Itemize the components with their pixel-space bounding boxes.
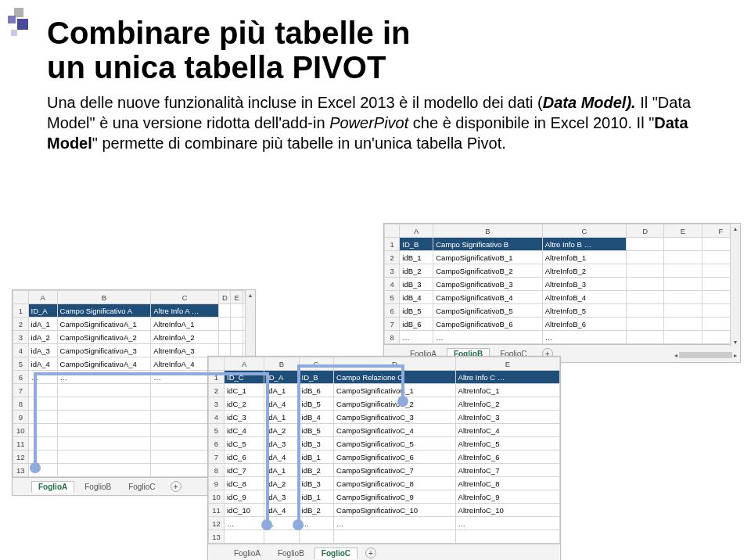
row-number[interactable]: 3 [385, 264, 400, 278]
table-header[interactable]: ID_C [225, 371, 264, 384]
table-cell[interactable]: AltreInfoB_2 [542, 264, 626, 278]
sheet-tab[interactable]: FoglioA [227, 547, 268, 559]
table-cell[interactable]: idB_5 [299, 397, 333, 411]
table-cell[interactable]: … [57, 371, 151, 384]
col-letter[interactable]: A [225, 357, 264, 371]
row-number[interactable]: 8 [385, 331, 400, 344]
row-number[interactable]: 2 [209, 384, 225, 397]
table-cell[interactable]: … [28, 371, 57, 384]
row-number[interactable]: 12 [13, 451, 29, 464]
table-cell[interactable]: CampoSignificativoA_4 [57, 357, 151, 371]
table-cell[interactable]: AltreInfoC_4 [455, 424, 559, 437]
vertical-scrollbar[interactable]: ▴▾ [730, 224, 740, 346]
table-cell[interactable]: … [455, 517, 559, 530]
row-number[interactable]: 5 [13, 357, 29, 371]
row-number[interactable]: 6 [209, 437, 225, 451]
add-sheet-button[interactable]: + [365, 547, 376, 558]
table-cell[interactable]: AltreInfoC_3 [455, 411, 559, 424]
table-cell[interactable]: AltreInfoC_10 [455, 504, 559, 517]
table-cell[interactable]: idB_1 [299, 451, 333, 464]
table-header[interactable]: Campo Significativo A [57, 304, 151, 318]
table-header[interactable]: Altre Info B … [542, 238, 626, 251]
table-cell[interactable]: … [264, 517, 299, 530]
table-cell[interactable]: idA_2 [28, 331, 57, 344]
col-letter[interactable]: B [433, 224, 543, 238]
table-cell[interactable]: idC_1 [225, 384, 264, 397]
row-number[interactable]: 2 [13, 318, 29, 331]
table-cell[interactable]: idC_2 [225, 397, 264, 411]
table-cell[interactable]: idB_2 [299, 464, 333, 477]
table-cell[interactable]: AltreInfoC_6 [455, 451, 559, 464]
table-cell[interactable]: CampoSignificativoA_1 [57, 318, 151, 331]
table-cell[interactable]: idA_4 [264, 504, 299, 517]
table-cell[interactable]: … [225, 517, 264, 530]
col-letter[interactable]: D [627, 224, 664, 238]
table-cell[interactable]: AltreInfoC_7 [455, 464, 559, 477]
col-letter[interactable]: C [542, 224, 626, 238]
table-cell[interactable]: idB_1 [299, 490, 333, 504]
table-cell[interactable]: CampoSignificativoA_3 [57, 344, 151, 357]
table-cell[interactable]: idC_5 [225, 437, 264, 451]
table-cell[interactable]: idA_4 [28, 357, 57, 371]
row-number[interactable]: 6 [13, 371, 29, 384]
table-cell[interactable]: idA_1 [264, 384, 299, 397]
table-cell[interactable]: CampoSignificativoB_6 [433, 318, 543, 331]
table-cell[interactable]: idB_4 [299, 411, 333, 424]
table-cell[interactable]: idB_3 [400, 278, 433, 291]
row-number[interactable]: 11 [209, 504, 225, 517]
table-cell[interactable]: idC_6 [225, 451, 264, 464]
table-cell[interactable]: CampoSignificativoB_2 [433, 264, 543, 278]
table-cell[interactable]: CampoSignificativoC_9 [334, 490, 456, 504]
table-cell[interactable]: idA_3 [28, 344, 57, 357]
table-cell[interactable]: CampoSignificativoC_1 [334, 384, 456, 397]
table-cell[interactable]: idB_2 [400, 264, 433, 278]
table-cell[interactable]: AltreInfoC_2 [455, 397, 559, 411]
table-cell[interactable]: AltreInfoA_3 [151, 344, 219, 357]
row-number[interactable]: 1 [385, 238, 400, 251]
table-cell[interactable]: CampoSignificativoA_2 [57, 331, 151, 344]
row-number[interactable]: 13 [209, 530, 225, 544]
col-letter[interactable]: E [664, 224, 702, 238]
row-number[interactable]: 6 [385, 304, 400, 318]
row-number[interactable]: 2 [385, 251, 400, 264]
row-number[interactable]: 10 [13, 424, 29, 437]
table-cell[interactable]: idC_10 [225, 504, 264, 517]
table-cell[interactable]: idA_1 [264, 411, 299, 424]
row-number[interactable]: 3 [13, 331, 29, 344]
table-cell[interactable]: AltreInfoB_1 [542, 251, 626, 264]
table-cell[interactable]: AltreInfoA_2 [151, 331, 219, 344]
row-number[interactable]: 4 [385, 278, 400, 291]
table-cell[interactable]: AltreInfoA_1 [151, 318, 219, 331]
row-number[interactable]: 9 [209, 477, 225, 490]
sheet-tab[interactable]: FoglioA [31, 481, 74, 493]
table-cell[interactable]: idC_7 [225, 464, 264, 477]
sheet-tab[interactable]: FoglioC [121, 481, 162, 493]
table-cell[interactable]: idA_3 [264, 437, 299, 451]
table-cell[interactable]: CampoSignificativoC_6 [334, 451, 456, 464]
table-cell[interactable]: idA_1 [264, 464, 299, 477]
col-letter[interactable]: D [334, 357, 456, 371]
row-number[interactable]: 3 [209, 397, 225, 411]
table-cell[interactable]: AltreInfoB_4 [542, 291, 626, 304]
sheet-tab[interactable]: FoglioB [271, 547, 311, 559]
table-cell[interactable]: … [299, 517, 333, 530]
table-cell[interactable]: idC_3 [225, 411, 264, 424]
table-header[interactable]: ID_A [264, 371, 299, 384]
table-cell[interactable]: idA_1 [28, 318, 57, 331]
table-header[interactable]: ID_B [400, 238, 433, 251]
add-sheet-button[interactable]: + [171, 481, 181, 492]
table-cell[interactable]: idA_2 [264, 424, 299, 437]
row-number[interactable]: 12 [209, 517, 225, 530]
table-cell[interactable]: AltreInfoC_1 [455, 384, 559, 397]
col-letter[interactable]: C [299, 357, 333, 371]
table-cell[interactable]: CampoSignificativoB_3 [433, 278, 543, 291]
col-letter[interactable]: D [219, 291, 231, 304]
row-number[interactable]: 7 [209, 451, 225, 464]
row-number[interactable]: 7 [385, 318, 400, 331]
row-number[interactable]: 11 [13, 437, 29, 451]
table-cell[interactable]: AltreInfoC_8 [455, 477, 559, 490]
table-cell[interactable]: CampoSignificativoC_2 [334, 397, 456, 411]
table-cell[interactable]: idC_8 [225, 477, 264, 490]
row-number[interactable]: 5 [385, 291, 400, 304]
table-cell[interactable]: … [400, 331, 433, 344]
